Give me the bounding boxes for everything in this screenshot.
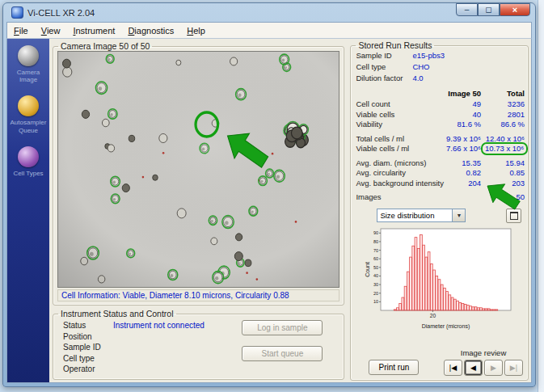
- row-viability: Viability 81.6 % 86.6 %: [356, 120, 525, 130]
- field-status: Status Instrument not connected: [63, 320, 234, 331]
- cell-image-canvas[interactable]: [58, 52, 339, 287]
- field-cell-type: Cell type: [63, 353, 234, 365]
- titlebar: Vi-CELL XR 2.04 – ◻ ×: [6, 3, 532, 22]
- svg-text:60: 60: [373, 256, 378, 261]
- row-cell-count: Cell count 49 3236: [356, 99, 525, 110]
- window-controls: – ◻ ×: [456, 3, 530, 16]
- stored-run-results-group: Stored Run Results Sample ID e15-pbs3 Ce…: [350, 40, 529, 381]
- row-avg-diam: Avg. diam. (microns) 15.35 15.94: [356, 158, 525, 169]
- close-button[interactable]: ×: [500, 3, 530, 16]
- detach-chart-button[interactable]: [506, 209, 521, 223]
- size-distribution-dropdown[interactable]: Size distribution ▼: [377, 209, 466, 222]
- camera-image-group: Camera Image 50 of 50: [53, 41, 344, 306]
- chart-window-icon: [510, 212, 518, 220]
- app-window: Vi-CELL XR 2.04 – ◻ × File View Instrume…: [2, 2, 536, 387]
- column-header-image: Image 50: [444, 88, 481, 99]
- status-value: Instrument not connected: [113, 320, 205, 331]
- content-area: Camera Image Autosampler Queue Cell Type…: [6, 39, 532, 383]
- log-in-sample-button[interactable]: Log in sample: [242, 320, 323, 335]
- camera-group-title: Camera Image 50 of 50: [58, 41, 152, 51]
- row-images: Images 50: [356, 192, 525, 203]
- row-avg-background-intensity: Avg. background intensity 204 203: [356, 179, 525, 189]
- results-group-title: Stored Run Results: [356, 40, 434, 50]
- menu-item-file[interactable]: File: [7, 24, 35, 37]
- next-image-button[interactable]: ▶: [484, 360, 503, 376]
- app-icon: [11, 6, 23, 19]
- svg-text:90: 90: [373, 230, 378, 235]
- start-queue-button[interactable]: Start queue: [242, 346, 323, 361]
- last-image-button[interactable]: ▶|: [504, 360, 523, 376]
- page-edge-strip: [538, 0, 544, 392]
- result-dilution-factor: Dilution factor 4.0: [356, 73, 525, 84]
- svg-text:20: 20: [373, 290, 378, 295]
- results-column-headers: Image 50 Total: [354, 88, 525, 99]
- microscopy-image[interactable]: [57, 51, 339, 288]
- instrument-status-group: Instrument Status and Control Status Ins…: [53, 309, 344, 380]
- row-viable-cells-ml: Viable cells / ml 7.66 x 10⁶ 10.73 x 10⁶: [356, 144, 525, 154]
- menu-item-instrument[interactable]: Instrument: [66, 24, 121, 37]
- results-bottom-controls: Print run Image review |◀ ◀ ▶ ▶|: [354, 348, 525, 377]
- menu-item-help[interactable]: Help: [180, 24, 212, 37]
- column-header-total: Total: [481, 88, 525, 99]
- instrument-fields: Status Instrument not connected Position…: [63, 320, 234, 375]
- autosampler-queue-icon: [18, 95, 39, 116]
- x-axis-label: Diameter (microns): [421, 323, 470, 330]
- window-title: Vi-CELL XR 2.04: [27, 8, 95, 18]
- print-run-button[interactable]: Print run: [369, 360, 419, 375]
- svg-text:40: 40: [373, 273, 378, 278]
- instrument-group-title: Instrument Status and Control: [58, 309, 176, 318]
- image-review-label: Image review: [461, 348, 507, 357]
- desktop: Vi-CELL XR 2.04 – ◻ × File View Instrume…: [0, 0, 544, 392]
- svg-text:80: 80: [373, 238, 378, 243]
- sidebar-item-label: Cell Types: [13, 170, 43, 177]
- menubar: File View Instrument Diagnostics Help: [6, 22, 532, 39]
- histogram: 10203040506070809020Diameter (microns)Co…: [365, 226, 515, 331]
- sidebar-item-label: Autosampler Queue: [9, 119, 48, 133]
- distribution-row: Size distribution ▼: [377, 209, 523, 223]
- cell-info-bar: Cell Information: Viable, Diameter 8.10 …: [57, 289, 339, 301]
- cell-types-icon: [18, 146, 39, 167]
- y-axis-label: Count: [365, 262, 370, 277]
- x-tick-label: 20: [429, 313, 436, 318]
- field-position: Position: [63, 331, 234, 343]
- sidebar-item-autosampler-queue[interactable]: Autosampler Queue: [9, 95, 48, 133]
- svg-text:30: 30: [373, 282, 378, 287]
- menu-item-diagnostics[interactable]: Diagnostics: [121, 24, 180, 37]
- maximize-button[interactable]: ◻: [478, 3, 500, 16]
- menu-item-view[interactable]: View: [35, 24, 67, 37]
- row-avg-circularity: Avg. circularity 0.82 0.85: [356, 168, 525, 179]
- sidebar-item-camera-image[interactable]: Camera Image: [9, 45, 48, 83]
- chevron-down-icon[interactable]: ▼: [452, 209, 465, 221]
- minimize-button[interactable]: –: [456, 3, 478, 16]
- result-cell-type: Cell type CHO: [356, 61, 525, 73]
- sidebar-item-label: Camera Image: [9, 69, 48, 83]
- image-review-block: Image review |◀ ◀ ▶ ▶|: [444, 348, 523, 376]
- field-operator: Operator: [63, 364, 234, 375]
- row-viable-cells: Viable cells 40 2801: [356, 110, 525, 120]
- sidebar: Camera Image Autosampler Queue Cell Type…: [7, 39, 49, 382]
- previous-image-button[interactable]: ◀: [464, 360, 483, 376]
- field-sample-id: Sample ID: [63, 342, 234, 353]
- svg-text:10: 10: [373, 299, 378, 304]
- first-image-button[interactable]: |◀: [444, 360, 462, 376]
- highlighted-value: 10.73 x 10⁶: [481, 142, 528, 155]
- svg-text:70: 70: [373, 247, 378, 252]
- camera-image-icon: [18, 45, 39, 66]
- size-distribution-chart: 10203040506070809020Diameter (microns)Co…: [365, 226, 515, 332]
- result-sample-id: Sample ID e15-pbs3: [356, 50, 525, 61]
- svg-text:50: 50: [373, 264, 378, 269]
- sidebar-item-cell-types[interactable]: Cell Types: [9, 146, 48, 177]
- main-column: Camera Image 50 of 50: [49, 39, 348, 382]
